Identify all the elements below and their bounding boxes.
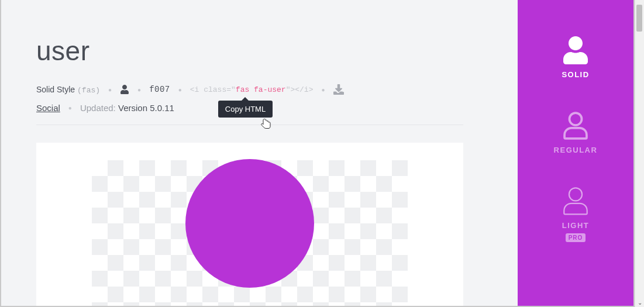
separator-dot: ●: [137, 87, 141, 93]
style-option-light[interactable]: LIGHT PRO: [562, 187, 590, 242]
scroll-down-arrow[interactable]: ⌄: [635, 298, 644, 307]
pro-badge: PRO: [566, 233, 586, 242]
icon-preview-card: [36, 143, 463, 307]
style-label: Solid Style (fas): [36, 85, 100, 95]
snippet-class: fas fa-user: [236, 85, 286, 94]
style-label-solid: SOLID: [562, 70, 589, 79]
style-name: Solid Style: [36, 85, 75, 94]
user-icon: [563, 36, 588, 64]
download-icon[interactable]: [333, 84, 344, 95]
separator-dot: ●: [108, 87, 112, 93]
snippet-suffix: "></i>: [286, 85, 314, 94]
sidebar-caret: [511, 55, 518, 69]
style-short: (fas): [77, 86, 100, 95]
page-viewport: user Solid Style (fas) ● ● f007 ● <i cla…: [0, 0, 635, 307]
user-icon-large: [185, 160, 314, 307]
user-icon-mini: [120, 85, 129, 94]
main-content: user Solid Style (fas) ● ● f007 ● <i cla…: [1, 0, 487, 306]
style-option-solid[interactable]: SOLID: [562, 36, 589, 79]
style-label-light: LIGHT: [562, 221, 590, 230]
unicode-value[interactable]: f007: [149, 85, 170, 94]
user-icon-head: [185, 159, 314, 288]
style-label-regular: REGULAR: [554, 146, 598, 154]
updated-label: Updated:: [80, 103, 116, 113]
icon-meta-row: Solid Style (fas) ● ● f007 ● <i class="f…: [36, 84, 487, 95]
divider: [36, 125, 463, 125]
style-option-regular[interactable]: REGULAR: [554, 112, 598, 154]
user-icon: [563, 112, 588, 140]
separator-dot: ●: [178, 87, 182, 93]
scrollbar-thumb[interactable]: [636, 5, 642, 32]
style-sidebar: SOLID REGULAR LIGHT PRO: [518, 0, 633, 306]
updated-value: Version 5.0.11: [118, 103, 174, 113]
icon-title: user: [36, 35, 487, 67]
separator-dot: ●: [321, 87, 325, 93]
snippet-prefix: <i class=": [190, 85, 236, 94]
user-icon: [563, 187, 588, 215]
copy-html-tooltip: Copy HTML: [218, 101, 273, 118]
separator-dot: ●: [68, 105, 72, 111]
vertical-scrollbar[interactable]: ⌄: [635, 0, 644, 307]
category-link[interactable]: Social: [36, 103, 60, 113]
html-snippet[interactable]: <i class="fas fa-user"></i> Copy HTML: [190, 85, 314, 94]
